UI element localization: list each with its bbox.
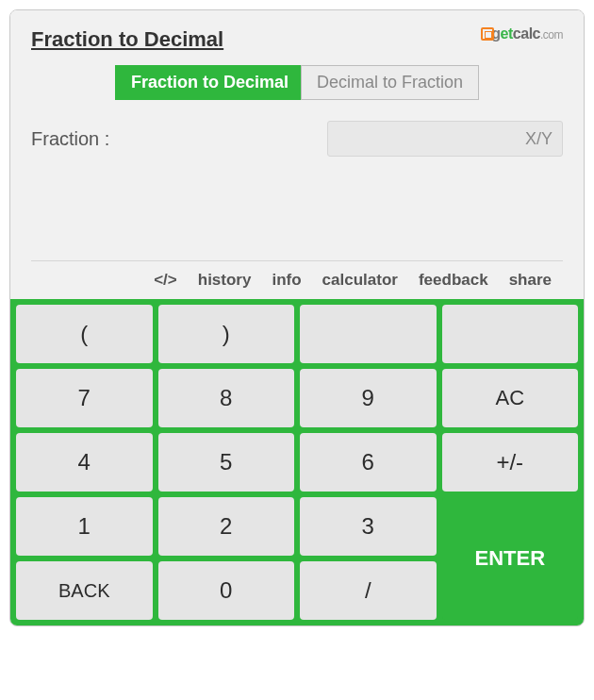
key-7[interactable]: 7 [16, 369, 153, 427]
fraction-input[interactable] [327, 121, 563, 157]
feedback-link[interactable]: feedback [419, 271, 488, 290]
key-5[interactable]: 5 [158, 433, 295, 492]
toolbar: </> history info calculator feedback sha… [31, 260, 563, 299]
key-blank-1 [300, 305, 437, 363]
key-ac[interactable]: AC [442, 369, 579, 427]
key-9[interactable]: 9 [300, 369, 437, 427]
key-blank-2 [442, 305, 579, 363]
key-open-paren[interactable]: ( [16, 305, 153, 363]
key-close-paren[interactable]: ) [158, 305, 295, 363]
key-2[interactable]: 2 [158, 497, 295, 556]
key-0[interactable]: 0 [158, 561, 295, 620]
share-link[interactable]: share [509, 271, 552, 290]
tab-decimal-to-fraction[interactable]: Decimal to Fraction [301, 65, 479, 100]
calculator-icon [481, 27, 494, 41]
history-link[interactable]: history [198, 271, 252, 290]
calculator-link[interactable]: calculator [322, 271, 398, 290]
key-slash[interactable]: / [300, 561, 437, 620]
embed-link[interactable]: </> [154, 271, 177, 290]
fraction-label: Fraction : [31, 128, 109, 150]
key-1[interactable]: 1 [16, 497, 153, 556]
calculator-widget: getcalc.com Fraction to Decimal Fraction… [9, 9, 585, 626]
input-row: Fraction : [31, 117, 563, 260]
key-6[interactable]: 6 [300, 433, 437, 492]
keypad: ( ) 7 8 9 AC 4 5 6 +/- 1 2 3 ENTER BACK … [10, 299, 584, 625]
mode-tabs: Fraction to DecimalDecimal to Fraction [31, 65, 563, 117]
upper-panel: getcalc.com Fraction to Decimal Fraction… [10, 10, 584, 299]
tab-fraction-to-decimal[interactable]: Fraction to Decimal [115, 65, 305, 100]
keypad-grid: ( ) 7 8 9 AC 4 5 6 +/- 1 2 3 ENTER BACK … [16, 305, 578, 620]
info-link[interactable]: info [272, 271, 301, 290]
key-back[interactable]: BACK [16, 561, 153, 620]
key-enter[interactable]: ENTER [442, 497, 579, 620]
key-plus-minus[interactable]: +/- [442, 433, 579, 492]
key-4[interactable]: 4 [16, 433, 153, 492]
key-8[interactable]: 8 [158, 369, 295, 427]
key-3[interactable]: 3 [300, 497, 437, 556]
brand-logo[interactable]: getcalc.com [481, 25, 563, 42]
